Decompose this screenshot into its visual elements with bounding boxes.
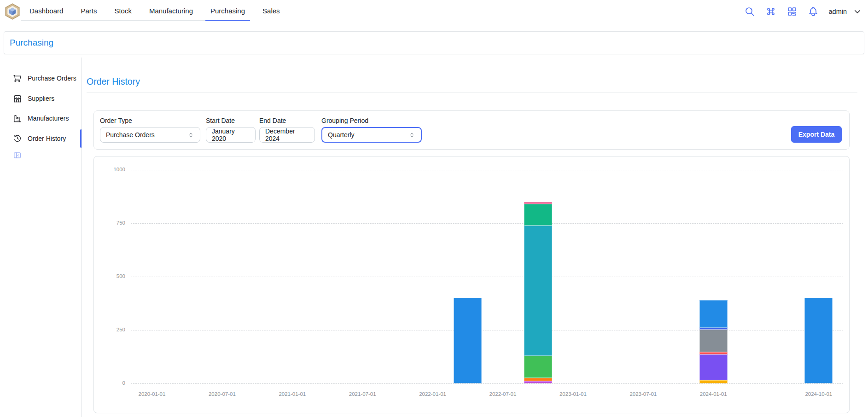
search-icon[interactable]: [744, 6, 755, 17]
breadcrumb-panel: Purchasing: [4, 31, 864, 54]
grouping-period-label: Grouping Period: [321, 117, 368, 124]
end-date-value: December 2024: [265, 127, 309, 142]
end-date-label: End Date: [259, 117, 286, 124]
y-gridline: [131, 223, 843, 224]
selector-icon: [408, 132, 415, 139]
bar-segment-2024-01-01: [699, 354, 728, 380]
bar-segment-2022-10-01: [524, 204, 552, 225]
sidebar-item-purchase-orders[interactable]: Purchase Orders: [6, 68, 76, 88]
top-nav: DashboardPartsStockManufacturingPurchasi…: [0, 0, 868, 26]
breadcrumb-purchasing[interactable]: Purchasing: [10, 38, 53, 48]
bar-segment-2022-10-01: [524, 356, 552, 378]
title-divider: [87, 92, 857, 93]
user-menu[interactable]: admin: [829, 7, 862, 16]
x-axis-tick-label: 2021-01-01: [273, 391, 312, 397]
start-date-label: Start Date: [206, 117, 235, 124]
chevron-down-icon[interactable]: [853, 7, 862, 16]
bar-segment-2022-04-01: [454, 298, 482, 383]
start-date-value: January 2020: [212, 127, 250, 142]
y-axis-tick-label: 250: [106, 327, 125, 332]
bar-segment-2024-01-01: [699, 380, 728, 383]
storefront-icon: [13, 94, 22, 103]
bar-segment-2022-10-01: [524, 226, 552, 356]
app-logo-icon[interactable]: [4, 3, 21, 20]
sidebar-item-label: Manufacturers: [28, 115, 69, 122]
order-history-chart-card: 025050075010002020-01-012020-07-012021-0…: [93, 156, 850, 413]
sidebar-item-manufacturers[interactable]: Manufacturers: [6, 108, 76, 128]
sidebar: Purchase OrdersSuppliersManufacturersOrd…: [0, 58, 82, 417]
order-type-value: Purchase Orders: [106, 131, 155, 139]
sidebar-item-suppliers[interactable]: Suppliers: [6, 88, 76, 109]
username-label: admin: [829, 8, 847, 15]
bar-segment-2024-01-01: [699, 352, 728, 355]
sidebar-item-label: Order History: [28, 135, 66, 142]
y-gridline: [131, 330, 843, 330]
x-axis-tick-label: 2020-07-01: [203, 391, 241, 397]
bar-segment-2022-10-01: [524, 381, 552, 383]
stacked-bar-chart: 025050075010002020-01-012020-07-012021-0…: [94, 156, 849, 413]
bar-segment-2022-10-01: [524, 378, 552, 381]
y-axis-tick-label: 0: [106, 380, 125, 386]
bar-segment-2024-01-01: [699, 328, 728, 330]
factory-icon: [13, 114, 22, 123]
x-axis-tick-label: 2023-07-01: [624, 391, 663, 397]
grouping-period-select[interactable]: Quarterly: [321, 127, 422, 143]
bar-segment-2024-01-01: [699, 330, 728, 352]
y-gridline: [131, 170, 843, 170]
tab-sales[interactable]: Sales: [254, 0, 289, 21]
start-date-input[interactable]: January 2020: [206, 127, 256, 143]
bar-segment-2024-10-01: [804, 298, 833, 383]
y-axis-tick-label: 750: [106, 220, 125, 226]
sidebar-item-label: Suppliers: [28, 95, 54, 102]
x-axis-tick-label: 2020-01-01: [133, 391, 171, 397]
main-tabs: DashboardPartsStockManufacturingPurchasi…: [21, 0, 289, 21]
history-icon: [13, 134, 22, 143]
x-axis-tick-label: 2022-01-01: [414, 391, 452, 397]
y-gridline: [131, 277, 843, 277]
grouping-period-value: Quarterly: [328, 131, 355, 139]
y-gridline: [131, 383, 843, 384]
x-axis-tick-label: 2023-01-01: [553, 391, 592, 397]
tab-dashboard[interactable]: Dashboard: [21, 0, 72, 21]
sidebar-collapse-icon[interactable]: [13, 151, 22, 160]
command-icon[interactable]: [765, 6, 776, 17]
sidebar-divider: [82, 58, 82, 417]
x-axis-tick-label: 2021-07-01: [343, 391, 382, 397]
x-axis-tick-label: 2024-10-01: [799, 391, 838, 397]
qrcode-icon[interactable]: [786, 6, 798, 17]
sidebar-item-order-history[interactable]: Order History: [6, 128, 76, 149]
shopping-cart-icon: [13, 74, 22, 83]
bell-icon[interactable]: [808, 6, 819, 17]
selector-icon: [187, 132, 194, 139]
sidebar-item-label: Purchase Orders: [28, 75, 76, 82]
filter-bar: Order Type Start Date End Date Grouping …: [93, 110, 850, 150]
bar-segment-2022-10-01: [524, 202, 552, 204]
tab-stock[interactable]: Stock: [105, 0, 140, 21]
tab-manufacturing[interactable]: Manufacturing: [140, 0, 202, 21]
y-axis-tick-label: 1000: [106, 167, 125, 172]
tab-parts[interactable]: Parts: [72, 0, 105, 21]
order-type-label: Order Type: [100, 117, 132, 124]
x-axis-tick-label: 2022-07-01: [484, 391, 522, 397]
tab-purchasing[interactable]: Purchasing: [202, 0, 254, 21]
end-date-input[interactable]: December 2024: [259, 127, 315, 143]
export-data-button[interactable]: Export Data: [791, 126, 842, 143]
y-axis-tick-label: 500: [106, 273, 125, 279]
x-axis-tick-label: 2024-01-01: [694, 391, 733, 397]
order-type-select[interactable]: Purchase Orders: [100, 127, 200, 143]
bar-segment-2024-01-01: [699, 300, 728, 328]
page-title: Order History: [87, 76, 140, 87]
